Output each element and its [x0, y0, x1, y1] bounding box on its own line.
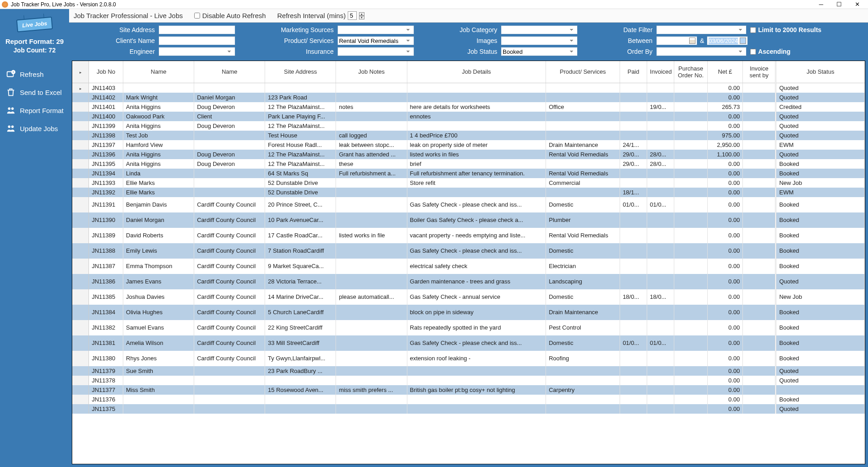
table-row[interactable]: JN11384Olivia HughesCardiff County Counc…	[72, 305, 865, 320]
column-header[interactable]: Job No	[89, 61, 123, 83]
table-row[interactable]: JN11393Ellie Marks52 Dunstable DriveStor…	[72, 178, 865, 188]
engineer-label: Engineer	[74, 48, 155, 55]
minimize-button[interactable]: ─	[812, 0, 830, 9]
column-header[interactable]: Invoiced	[647, 61, 674, 83]
people-icon	[5, 105, 16, 116]
marketing-sources-select[interactable]	[337, 25, 414, 34]
column-header[interactable]: Site Address	[265, 61, 336, 83]
sidebar-item-send-excel[interactable]: Send to Excel	[0, 83, 69, 101]
product-services-label: Product/ Services	[239, 37, 334, 44]
table-row[interactable]: JN11396Anita HigginsDoug Deveron12 The P…	[72, 150, 865, 159]
date-to-input[interactable]: 03/06/2024	[707, 36, 748, 45]
titlebar: Job Tracker Pro, Live Jobs - Version 2.0…	[0, 0, 868, 9]
table-row[interactable]: JN11381Amelia WilsonCardiff County Counc…	[72, 335, 865, 351]
marketing-sources-label: Marketing Sources	[239, 26, 334, 33]
column-header[interactable]: Paid	[620, 61, 647, 83]
refresh-interval-input[interactable]	[348, 11, 357, 20]
site-address-input[interactable]	[159, 25, 235, 34]
trash-icon	[5, 87, 16, 98]
jobs-table-wrap[interactable]: Job NoNameNameSite AddressJob NotesJob D…	[72, 61, 865, 464]
insurance-label: Insurance	[239, 48, 334, 55]
date-filter-select[interactable]	[656, 25, 747, 34]
calendar-icon[interactable]	[689, 38, 695, 44]
close-button[interactable]: ✕	[848, 0, 866, 9]
report-format-stat: Report Format: 29	[0, 38, 69, 45]
date-from-input[interactable]: 29/04/2024	[656, 36, 697, 45]
ascending-checkbox[interactable]: Ascending	[750, 48, 863, 55]
job-category-label: Job Category	[418, 26, 497, 33]
table-row[interactable]: JN11387Emma ThompsonCardiff County Counc…	[72, 259, 865, 274]
insurance-select[interactable]	[337, 47, 414, 56]
logo: Live Jobs	[16, 17, 53, 33]
column-header[interactable]: Name	[194, 61, 265, 83]
column-header[interactable]: Job Status	[776, 61, 865, 83]
table-row[interactable]: JN11394Linda64 St Marks SqFull refurbish…	[72, 169, 865, 178]
table-row[interactable]: JN11386James EvansCardiff County Council…	[72, 274, 865, 289]
svg-point-5	[8, 126, 10, 128]
svg-point-6	[11, 126, 14, 128]
table-row[interactable]: JN11389David RobertsCardiff County Counc…	[72, 228, 865, 243]
maximize-button[interactable]: ☐	[830, 0, 848, 9]
job-category-select[interactable]	[501, 25, 578, 34]
calendar-icon[interactable]	[740, 38, 746, 44]
engineer-select[interactable]	[159, 47, 235, 56]
table-row[interactable]: JN11382Samuel EvansCardiff County Counci…	[72, 320, 865, 335]
images-select[interactable]	[501, 36, 578, 45]
table-row[interactable]: JN11388Emily LewisCardiff County Council…	[72, 243, 865, 259]
table-row[interactable]: JN11391Benjamin DavisCardiff County Coun…	[72, 197, 865, 212]
table-header-row: Job NoNameNameSite AddressJob NotesJob D…	[72, 61, 865, 83]
clients-name-label: Client's Name	[74, 37, 155, 44]
app-icon	[2, 1, 8, 8]
table-row[interactable]: JN11385Joshua DaviesCardiff County Counc…	[72, 289, 865, 305]
table-row[interactable]: JN114030.00Quoted	[72, 83, 865, 93]
product-services-select[interactable]: Rental Void Remedials	[337, 36, 414, 45]
svg-point-3	[8, 108, 10, 110]
window-title: Job Tracker Pro, Live Jobs - Version 2.0…	[11, 1, 812, 8]
table-row[interactable]: JN11395Anita HigginsDoug Deveron12 The P…	[72, 159, 865, 169]
table-row[interactable]: JN11399Anita HigginsDoug Deveron12 The P…	[72, 121, 865, 131]
toolbar: Job Tracker Professional - Live Jobs Dis…	[69, 9, 868, 23]
table-row[interactable]: JN11401Anita HigginsDoug Deveron12 The P…	[72, 102, 865, 112]
order-by-select[interactable]	[656, 47, 747, 56]
clients-name-input[interactable]	[159, 36, 235, 45]
people-icon	[5, 123, 16, 134]
images-label: Images	[418, 37, 497, 44]
table-row[interactable]: JN11377Miss Smith15 Rosewood Aven...miss…	[72, 385, 865, 395]
refresh-interval: Refresh Interval (mins) ▴▾	[277, 11, 365, 20]
sidebar-item-update-jobs[interactable]: Update Jobs	[0, 119, 69, 137]
column-header[interactable]: Job Details	[407, 61, 546, 83]
column-header[interactable]: Name	[123, 61, 194, 83]
table-row[interactable]: JN11398Test JobTest Housecall logged1 4 …	[72, 131, 865, 140]
table-row[interactable]: JN11390Daniel MorganCardiff County Counc…	[72, 212, 865, 228]
column-header[interactable]: Product/ Services	[546, 61, 620, 83]
jobs-table: Job NoNameNameSite AddressJob NotesJob D…	[72, 61, 865, 414]
table-row[interactable]: JN11392Ellie Marks52 Dunstable Drive18/1…	[72, 188, 865, 197]
job-status-select[interactable]: Booked	[501, 47, 578, 56]
column-header[interactable]: Net £	[707, 61, 743, 83]
svg-text:+: +	[12, 70, 14, 74]
table-row[interactable]: JN113780.00Quoted	[72, 376, 865, 385]
filter-bar: Site Address Marketing Sources Job Categ…	[69, 23, 868, 61]
job-status-label: Job Status	[418, 48, 497, 55]
table-row[interactable]: JN113760.00Booked	[72, 395, 865, 404]
column-header[interactable]: Invoice sent by	[743, 61, 776, 83]
disable-auto-refresh-checkbox[interactable]: Disable Auto Refresh	[194, 12, 266, 19]
table-row[interactable]: JN113750.00Quoted	[72, 404, 865, 414]
refresh-icon: +	[5, 69, 16, 80]
table-row[interactable]: JN11400Oakwood ParkClientPark Lane Playi…	[72, 112, 865, 121]
svg-point-4	[11, 108, 14, 110]
refresh-interval-spinner[interactable]: ▴▾	[359, 12, 364, 19]
site-address-label: Site Address	[74, 26, 155, 33]
limit-checkbox[interactable]: Limit to 2000 Results	[750, 26, 863, 33]
date-filter-label: Date Filter	[581, 26, 653, 33]
column-header[interactable]: Job Notes	[336, 61, 407, 83]
sidebar-item-refresh[interactable]: + Refresh	[0, 65, 69, 83]
table-row[interactable]: JN11380Rhys JonesCardiff County CouncilT…	[72, 351, 865, 366]
toolbar-title: Job Tracker Professional - Live Jobs	[74, 12, 183, 19]
sidebar: Live Jobs Report Format: 29 Job Count: 7…	[0, 9, 69, 467]
table-row[interactable]: JN11402Mark WrightDaniel Morgan123 Park …	[72, 93, 865, 102]
table-row[interactable]: JN11379Sue Smith23 Park RoadBury ...0.00…	[72, 366, 865, 376]
sidebar-item-report-format[interactable]: Report Format	[0, 101, 69, 119]
column-header[interactable]: Purchase Order No.	[674, 61, 707, 83]
table-row[interactable]: JN11397Hamford ViewForest House Radl...l…	[72, 140, 865, 150]
